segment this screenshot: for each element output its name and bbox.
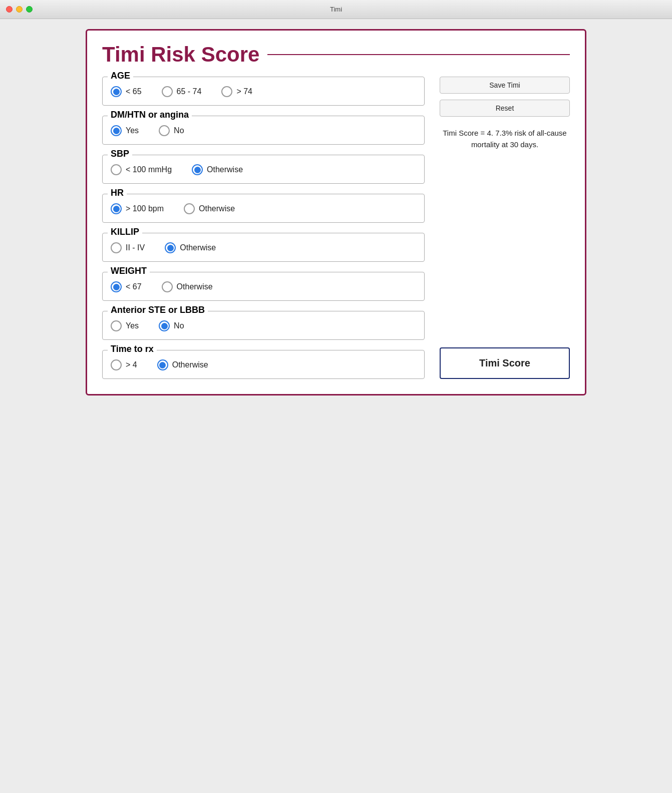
save-timi-button[interactable]: Save Timi [440, 77, 570, 94]
reset-button[interactable]: Reset [440, 100, 570, 117]
radio-circle-hr-1 [184, 203, 195, 214]
legend-anterior_ste: Anterior STE or LBBB [108, 305, 208, 315]
section-killip: KILLIPII - IVOtherwise [102, 233, 425, 262]
radio-label-killip-1: Otherwise [180, 243, 216, 252]
radio-option-anterior_ste-0[interactable]: Yes [111, 320, 139, 331]
radio-option-age-0[interactable]: < 65 [111, 86, 142, 97]
radio-circle-hr-0 [111, 203, 122, 214]
radio-label-killip-0: II - IV [126, 243, 145, 252]
legend-killip: KILLIP [108, 227, 142, 237]
radio-option-anterior_ste-1[interactable]: No [159, 320, 184, 331]
radio-label-time_to_rx-1: Otherwise [172, 360, 208, 369]
radio-label-dm_htn-0: Yes [126, 126, 139, 135]
radio-option-dm_htn-1[interactable]: No [159, 125, 184, 136]
radio-circle-age-1 [162, 86, 173, 97]
section-dm_htn: DM/HTN or anginaYesNo [102, 116, 425, 145]
radio-row-killip: II - IVOtherwise [111, 242, 416, 253]
radio-label-hr-1: Otherwise [199, 204, 235, 213]
radio-circle-anterior_ste-0 [111, 320, 122, 331]
radio-circle-sbp-0 [111, 164, 122, 175]
right-panel: Save Timi Reset Timi Score = 4. 7.3% ris… [440, 77, 570, 379]
radio-option-age-2[interactable]: > 74 [221, 86, 252, 97]
radio-circle-killip-0 [111, 242, 122, 253]
radio-circle-time_to_rx-1 [157, 359, 168, 370]
radio-label-weight-0: < 67 [126, 282, 142, 291]
legend-age: AGE [108, 71, 133, 81]
radio-label-anterior_ste-0: Yes [126, 321, 139, 330]
window-title: Timi [330, 6, 342, 13]
radio-label-age-0: < 65 [126, 87, 142, 96]
legend-weight: WEIGHT [108, 266, 150, 276]
legend-dm_htn: DM/HTN or angina [108, 110, 192, 120]
radio-row-weight: < 67Otherwise [111, 281, 416, 292]
radio-label-sbp-1: Otherwise [207, 165, 243, 174]
close-button[interactable] [6, 6, 13, 13]
radio-label-sbp-0: < 100 mmHg [126, 165, 172, 174]
radio-circle-dm_htn-0 [111, 125, 122, 136]
timi-score-button[interactable]: Timi Score [440, 347, 570, 379]
radio-row-hr: > 100 bpmOtherwise [111, 203, 416, 214]
traffic-lights [6, 6, 33, 13]
radio-option-sbp-1[interactable]: Otherwise [192, 164, 243, 175]
legend-hr: HR [108, 188, 127, 198]
section-sbp: SBP< 100 mmHgOtherwise [102, 155, 425, 184]
section-anterior_ste: Anterior STE or LBBBYesNo [102, 311, 425, 340]
radio-label-weight-1: Otherwise [177, 282, 213, 291]
left-panel: AGE< 6565 - 74> 74DM/HTN or anginaYesNoS… [102, 77, 425, 379]
section-hr: HR> 100 bpmOtherwise [102, 194, 425, 223]
radio-row-age: < 6565 - 74> 74 [111, 86, 416, 97]
radio-row-sbp: < 100 mmHgOtherwise [111, 164, 416, 175]
title-bar: Timi [0, 0, 672, 19]
radio-option-hr-1[interactable]: Otherwise [184, 203, 235, 214]
radio-circle-weight-1 [162, 281, 173, 292]
radio-circle-age-0 [111, 86, 122, 97]
radio-label-dm_htn-1: No [174, 126, 184, 135]
legend-time_to_rx: Time to rx [108, 344, 157, 354]
radio-circle-age-2 [221, 86, 232, 97]
radio-circle-dm_htn-1 [159, 125, 170, 136]
radio-option-sbp-0[interactable]: < 100 mmHg [111, 164, 172, 175]
radio-row-dm_htn: YesNo [111, 125, 416, 136]
maximize-button[interactable] [26, 6, 33, 13]
radio-option-weight-0[interactable]: < 67 [111, 281, 142, 292]
radio-row-time_to_rx: > 4Otherwise [111, 359, 416, 370]
radio-option-weight-1[interactable]: Otherwise [162, 281, 213, 292]
radio-label-age-1: 65 - 74 [177, 87, 202, 96]
radio-option-time_to_rx-1[interactable]: Otherwise [157, 359, 208, 370]
radio-label-age-2: > 74 [236, 87, 252, 96]
radio-circle-killip-1 [165, 242, 176, 253]
radio-option-time_to_rx-0[interactable]: > 4 [111, 359, 137, 370]
radio-option-age-1[interactable]: 65 - 74 [162, 86, 202, 97]
radio-circle-sbp-1 [192, 164, 203, 175]
radio-circle-weight-0 [111, 281, 122, 292]
radio-option-hr-0[interactable]: > 100 bpm [111, 203, 164, 214]
radio-row-anterior_ste: YesNo [111, 320, 416, 331]
score-display: Timi Score = 4. 7.3% risk of all-cause m… [440, 128, 570, 150]
section-weight: WEIGHT< 67Otherwise [102, 272, 425, 301]
radio-circle-anterior_ste-1 [159, 320, 170, 331]
radio-label-anterior_ste-1: No [174, 321, 184, 330]
main-content: AGE< 6565 - 74> 74DM/HTN or anginaYesNoS… [102, 77, 570, 379]
radio-label-time_to_rx-0: > 4 [126, 360, 137, 369]
section-age: AGE< 6565 - 74> 74 [102, 77, 425, 106]
app-container: Timi Risk Score AGE< 6565 - 74> 74DM/HTN… [86, 29, 586, 395]
minimize-button[interactable] [16, 6, 23, 13]
radio-circle-time_to_rx-0 [111, 359, 122, 370]
radio-option-killip-0[interactable]: II - IV [111, 242, 145, 253]
app-title: Timi Risk Score [102, 43, 570, 67]
radio-option-killip-1[interactable]: Otherwise [165, 242, 216, 253]
legend-sbp: SBP [108, 149, 132, 159]
radio-label-hr-0: > 100 bpm [126, 204, 164, 213]
section-time_to_rx: Time to rx> 4Otherwise [102, 350, 425, 379]
radio-option-dm_htn-0[interactable]: Yes [111, 125, 139, 136]
